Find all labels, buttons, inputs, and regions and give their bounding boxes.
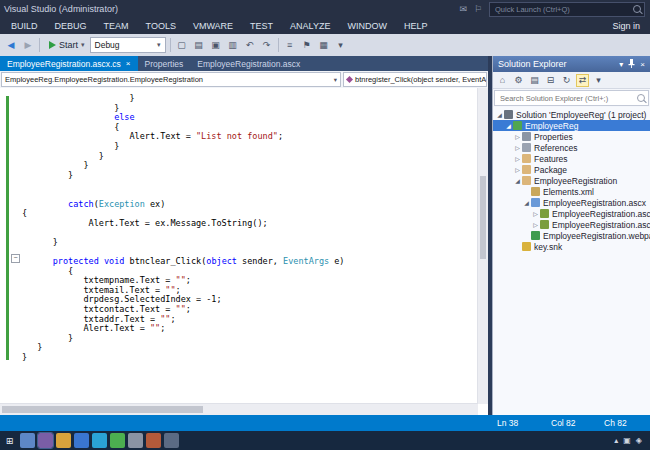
menu-item-analyze[interactable]: ANALYZE — [283, 21, 337, 31]
tray-expand-icon[interactable]: ▴ — [614, 436, 618, 445]
menu-item-test[interactable]: TEST — [243, 21, 280, 31]
tree-item-solution-employeereg-1-project[interactable]: ◢Solution 'EmployeeReg' (1 project) — [493, 109, 650, 120]
expander-icon[interactable]: ▷ — [513, 133, 522, 140]
document-tab-employeeregistration-ascx[interactable]: EmployeeRegistration.ascx — [190, 56, 307, 71]
close-icon[interactable]: × — [126, 59, 131, 68]
refresh-icon[interactable]: ↻ — [560, 74, 573, 87]
tree-item-employeereg[interactable]: ◢EmployeeReg — [493, 120, 650, 131]
taskbar-app-icon-1[interactable] — [20, 433, 35, 448]
menu-item-team[interactable]: TEAM — [97, 21, 136, 31]
more-options-icon[interactable]: ▾ — [592, 74, 605, 87]
sync-with-active-document-icon[interactable]: ⇄ — [576, 74, 589, 87]
menu-items: BUILDDEBUGTEAMTOOLSVMWARETESTANALYZEWIND… — [4, 21, 434, 31]
open-file-icon[interactable]: ▤ — [192, 40, 206, 50]
status-column[interactable]: Col 82 — [551, 418, 576, 428]
expander-icon[interactable]: ▷ — [513, 144, 522, 151]
expander-icon[interactable]: ▷ — [513, 155, 522, 162]
status-line[interactable]: Ln 38 — [497, 418, 518, 428]
expander-icon[interactable]: ▷ — [531, 221, 540, 228]
expander-icon[interactable]: ◢ — [513, 177, 522, 184]
close-icon[interactable]: × — [640, 60, 645, 69]
taskbar-app-icon-9[interactable] — [164, 433, 179, 448]
scrollbar-thumb[interactable] — [2, 406, 203, 413]
tab-label: EmployeeRegistration.ascx — [197, 59, 300, 69]
taskbar-app-icon-5[interactable] — [92, 433, 107, 448]
tree-item-references[interactable]: ▷References — [493, 142, 650, 153]
network-icon[interactable]: ▣ — [623, 436, 631, 445]
properties-tool-icon[interactable]: ⚙ — [512, 74, 525, 87]
status-character[interactable]: Ch 82 — [604, 418, 627, 428]
comment-lines-icon[interactable]: ▦ — [317, 40, 331, 50]
taskbar-app-icon-7[interactable] — [128, 433, 143, 448]
expander-icon[interactable]: ◢ — [522, 199, 531, 206]
document-tab-properties[interactable]: Properties — [138, 56, 191, 71]
tree-item-package[interactable]: ▷Package — [493, 164, 650, 175]
solution-search-input[interactable] — [498, 93, 637, 104]
home-icon[interactable]: ⌂ — [496, 74, 509, 87]
fold-collapse-icon[interactable]: − — [11, 254, 20, 263]
tree-item-label: Properties — [534, 132, 573, 142]
code-editor[interactable]: − } } else { Alert.Text = "List not foun… — [0, 88, 488, 415]
document-tab-employeeregistration-ascx-cs[interactable]: EmployeeRegistration.ascx.cs× — [0, 56, 138, 71]
save-icon[interactable]: ▣ — [209, 40, 223, 50]
expander-icon[interactable]: ◢ — [504, 122, 513, 129]
solution-search-box[interactable] — [494, 90, 649, 106]
type-dropdown[interactable]: EmployeeReg.EmployeeRegistration.Employe… — [1, 72, 341, 87]
undo-icon[interactable]: ↶ — [243, 40, 257, 50]
tree-item-elements-xml[interactable]: Elements.xml — [493, 186, 650, 197]
tree-item-employeeregistration-ascx[interactable]: ◢EmployeeRegistration.ascx — [493, 197, 650, 208]
tree-item-employeeregistration-webpart[interactable]: EmployeeRegistration.webpart — [493, 230, 650, 241]
expander-icon[interactable]: ▷ — [531, 210, 540, 217]
taskbar-app-icon-2[interactable] — [38, 433, 53, 448]
new-project-icon[interactable]: ▢ — [175, 40, 189, 50]
notifications-flag-icon[interactable]: ⚐ — [474, 4, 482, 14]
misc-toolbar-icons: ≡⚑▦▾ — [283, 40, 348, 50]
expander-icon[interactable]: ▷ — [513, 166, 522, 173]
menu-item-tools[interactable]: TOOLS — [139, 21, 183, 31]
taskbar-app-icon-6[interactable] — [110, 433, 125, 448]
taskbar-app-icon-8[interactable] — [146, 433, 161, 448]
tree-item-label: EmployeeRegistration — [534, 176, 617, 186]
tree-item-properties[interactable]: ▷Properties — [493, 131, 650, 142]
editor-horizontal-scrollbar[interactable] — [0, 403, 478, 415]
menu-item-help[interactable]: HELP — [397, 21, 435, 31]
windows-start-icon[interactable]: ⊞ — [2, 433, 17, 448]
feedback-icon[interactable]: ✉ — [459, 4, 467, 14]
tree-item-employeeregistration[interactable]: ◢EmployeeRegistration — [493, 175, 650, 186]
taskbar-app-icon-3[interactable] — [56, 433, 71, 448]
volume-icon[interactable]: ◈ — [636, 436, 642, 445]
save-all-icon[interactable]: ▥ — [226, 40, 240, 50]
start-debug-button[interactable]: Start ▾ — [44, 40, 90, 50]
chevron-down-icon[interactable]: ▾ — [619, 60, 623, 69]
toolbar-options-icon[interactable]: ▾ — [334, 40, 348, 50]
editor-vertical-scrollbar[interactable] — [477, 88, 488, 404]
tree-item-features[interactable]: ▷Features — [493, 153, 650, 164]
show-all-files-icon[interactable]: ▤ — [528, 74, 541, 87]
expander-icon[interactable]: ◢ — [495, 111, 504, 118]
properties-icon — [522, 132, 531, 141]
navigate-forward-icon[interactable]: ▶ — [21, 40, 35, 50]
tree-item-key-snk[interactable]: key.snk — [493, 241, 650, 252]
redo-icon[interactable]: ↷ — [260, 40, 274, 50]
member-dropdown[interactable]: btnregister_Click(object sender, EventAr… — [343, 72, 487, 87]
tree-item-employeeregistration-ascx-g-cs[interactable]: ▷EmployeeRegistration.ascx.g.cs — [493, 219, 650, 230]
scrollbar-thumb[interactable] — [480, 176, 486, 258]
find-in-files-icon[interactable]: ≡ — [283, 40, 297, 50]
menu-item-vmware[interactable]: VMWARE — [186, 21, 240, 31]
sign-in-link[interactable]: Sign in — [612, 21, 640, 31]
solution-explorer-title-bar[interactable]: Solution Explorer ▾ × — [493, 56, 650, 72]
quick-launch-input[interactable] — [493, 4, 633, 15]
bookmark-icon[interactable]: ⚑ — [300, 40, 314, 50]
menu-item-window[interactable]: WINDOW — [340, 21, 394, 31]
debug-configuration-select[interactable]: Debug ▾ — [90, 37, 166, 53]
pin-icon[interactable] — [628, 59, 635, 70]
taskbar-app-icon-4[interactable] — [74, 433, 89, 448]
project-icon — [513, 121, 522, 130]
menu-item-build[interactable]: BUILD — [4, 21, 45, 31]
quick-launch-box[interactable] — [489, 2, 645, 17]
tree-item-label: Package — [534, 165, 567, 175]
tree-item-employeeregistration-ascx-cs[interactable]: ▷EmployeeRegistration.ascx.cs — [493, 208, 650, 219]
collapse-all-icon[interactable]: ⊟ — [544, 74, 557, 87]
navigate-back-icon[interactable]: ◀ — [4, 40, 18, 50]
menu-item-debug[interactable]: DEBUG — [48, 21, 94, 31]
